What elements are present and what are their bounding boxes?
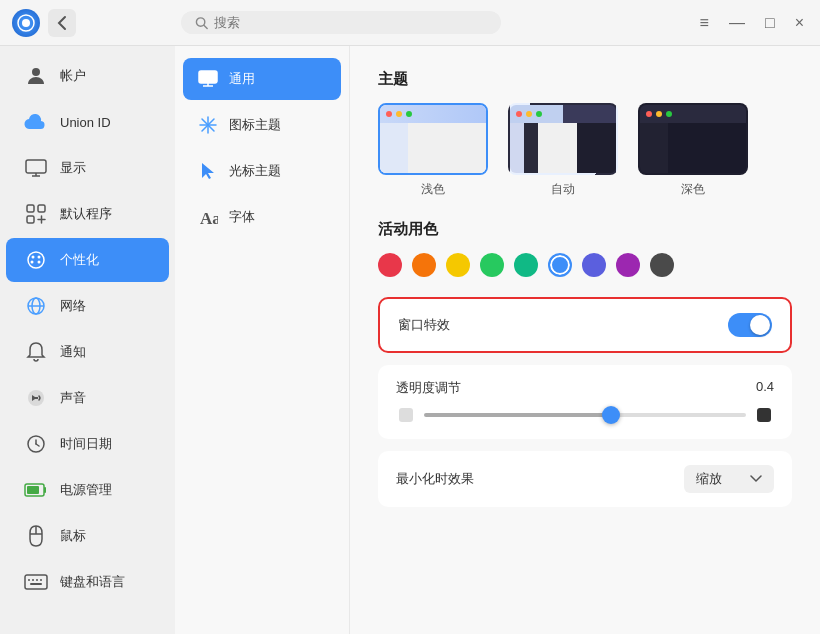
sidebar-item-network[interactable]: 网络 [6, 284, 169, 328]
color-swatch-teal[interactable] [514, 253, 538, 277]
sidebar-item-union-id[interactable]: Union ID [6, 100, 169, 144]
bell-icon [22, 338, 50, 366]
color-swatch-blue[interactable] [548, 253, 572, 277]
nav-item-cursor-theme-label: 光标主题 [229, 162, 281, 180]
nav-item-cursor-theme[interactable]: 光标主题 [183, 150, 341, 192]
color-swatch-yellow[interactable] [446, 253, 470, 277]
main-container: 帐户 Union ID 显示 [0, 46, 820, 634]
close-button[interactable]: × [791, 12, 808, 34]
minimize-button[interactable]: — [725, 12, 749, 34]
menu-button[interactable]: ≡ [696, 12, 713, 34]
sidebar-item-personalize-label: 个性化 [60, 251, 99, 269]
window-effects-toggle[interactable] [728, 313, 772, 337]
minimize-effect-dropdown[interactable]: 缩放 [684, 465, 774, 493]
sidebar-item-datetime-label: 时间日期 [60, 435, 112, 453]
svg-line-3 [204, 25, 207, 28]
theme-label-light: 浅色 [421, 181, 445, 198]
content-area: 主题 浅色 [350, 46, 820, 634]
transparency-slider-thumb[interactable] [602, 406, 620, 424]
keyboard-icon [22, 568, 50, 596]
sidebar-item-mouse[interactable]: 鼠标 [6, 514, 169, 558]
sidebar-item-default-apps[interactable]: 默认程序 [6, 192, 169, 236]
svg-point-15 [38, 261, 41, 264]
transparency-slider-track[interactable] [424, 413, 746, 417]
nav-item-font[interactable]: Aa 字体 [183, 196, 341, 238]
svg-rect-24 [27, 486, 39, 494]
sidebar-item-personalize[interactable]: 个性化 [6, 238, 169, 282]
active-color-title: 活动用色 [378, 220, 792, 239]
sidebar-item-power[interactable]: 电源管理 [6, 468, 169, 512]
theme-preview-auto [508, 103, 618, 175]
minimize-effect-label: 最小化时效果 [396, 470, 474, 488]
sidebar-item-keyboard-label: 键盘和语言 [60, 573, 125, 591]
window-controls: ≡ — □ × [696, 12, 808, 34]
theme-option-auto[interactable]: 自动 [508, 103, 618, 198]
transparency-row: 透明度调节 0.4 [378, 365, 792, 439]
color-swatch-indigo[interactable] [582, 253, 606, 277]
sidebar-item-display[interactable]: 显示 [6, 146, 169, 190]
transparency-value: 0.4 [756, 379, 774, 397]
color-swatch-purple[interactable] [616, 253, 640, 277]
palette-icon [22, 246, 50, 274]
theme-preview-dark [638, 103, 748, 175]
sidebar-item-account[interactable]: 帐户 [6, 54, 169, 98]
theme-label-dark: 深色 [681, 181, 705, 198]
sidebar-item-union-id-label: Union ID [60, 115, 111, 130]
nav-item-icon-theme[interactable]: 图标主题 [183, 104, 341, 146]
svg-line-22 [36, 444, 39, 446]
theme-selector: 浅色 自动 [378, 103, 792, 198]
screen-icon [197, 68, 219, 90]
theme-section-title: 主题 [378, 70, 792, 89]
color-swatches [378, 253, 792, 277]
maximize-button[interactable]: □ [761, 12, 779, 34]
sidebar-item-network-label: 网络 [60, 297, 86, 315]
chevron-down-icon [750, 475, 762, 483]
color-swatch-orange[interactable] [412, 253, 436, 277]
svg-rect-8 [27, 205, 34, 212]
transparency-high-icon [754, 405, 774, 425]
globe-icon [22, 292, 50, 320]
svg-point-14 [31, 261, 34, 264]
svg-rect-41 [399, 408, 413, 422]
speaker-icon [22, 384, 50, 412]
color-swatch-gray[interactable] [650, 253, 674, 277]
sidebar-item-account-label: 帐户 [60, 67, 86, 85]
theme-option-dark[interactable]: 深色 [638, 103, 748, 198]
sidebar-item-keyboard[interactable]: 键盘和语言 [6, 560, 169, 604]
sidebar-item-datetime[interactable]: 时间日期 [6, 422, 169, 466]
center-nav: 通用 图标主题 光标主题 [175, 46, 350, 634]
svg-rect-27 [25, 575, 47, 589]
svg-rect-10 [27, 216, 34, 223]
svg-text:Aa: Aa [200, 209, 218, 227]
clock-icon [22, 430, 50, 458]
app-logo [12, 9, 40, 37]
font-icon: Aa [197, 206, 219, 228]
svg-point-13 [38, 256, 41, 259]
active-color-section: 活动用色 [378, 220, 792, 277]
svg-rect-42 [757, 408, 771, 422]
sidebar-item-notification-label: 通知 [60, 343, 86, 361]
search-input[interactable] [214, 15, 487, 30]
transparency-low-icon [396, 405, 416, 425]
back-button[interactable] [48, 9, 76, 37]
svg-rect-9 [38, 205, 45, 212]
color-swatch-green[interactable] [480, 253, 504, 277]
sidebar-item-notification[interactable]: 通知 [6, 330, 169, 374]
nav-item-icon-theme-label: 图标主题 [229, 116, 281, 134]
color-swatch-red[interactable] [378, 253, 402, 277]
theme-label-auto: 自动 [551, 181, 575, 198]
theme-option-light[interactable]: 浅色 [378, 103, 488, 198]
sidebar-item-sound-label: 声音 [60, 389, 86, 407]
svg-point-11 [28, 252, 44, 268]
search-bar[interactable] [181, 11, 501, 34]
sidebar-item-sound[interactable]: 声音 [6, 376, 169, 420]
nav-item-general[interactable]: 通用 [183, 58, 341, 100]
svg-rect-33 [199, 71, 217, 83]
sidebar: 帐户 Union ID 显示 [0, 46, 175, 634]
minimize-effect-row: 最小化时效果 缩放 [378, 451, 792, 507]
nav-item-general-label: 通用 [229, 70, 255, 88]
apps-icon [22, 200, 50, 228]
search-icon [195, 16, 208, 30]
transparency-label: 透明度调节 [396, 379, 461, 397]
theme-preview-light [378, 103, 488, 175]
